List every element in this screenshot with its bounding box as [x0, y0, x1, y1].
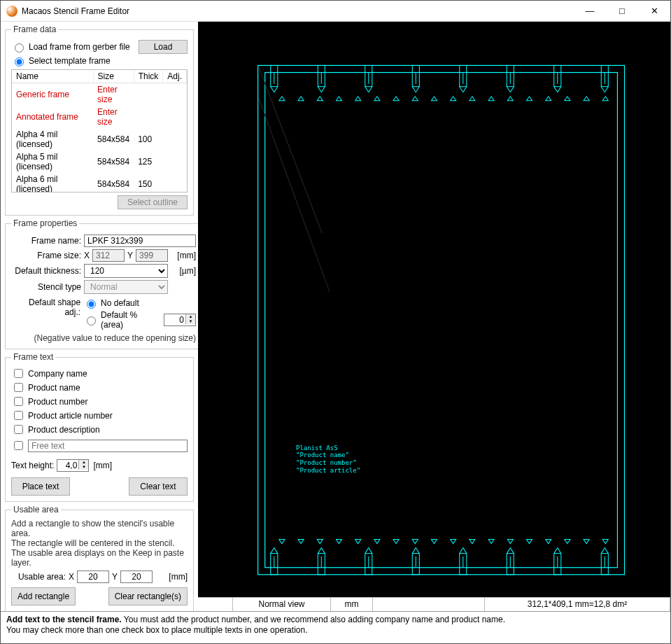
product-name-checkbox[interactable]: [14, 383, 23, 392]
canvas-text-block: Planist AsS "Product name" "Product numb…: [296, 444, 360, 475]
thickness-select[interactable]: 120: [84, 264, 168, 278]
svg-line-9: [318, 87, 321, 92]
svg-line-45: [365, 548, 369, 554]
minimize-button[interactable]: —: [574, 1, 606, 22]
clear-text-button[interactable]: Clear text: [129, 477, 188, 496]
frame-data-group: Frame data Load frame from gerber file L…: [5, 24, 194, 216]
col-size[interactable]: Size: [93, 70, 134, 83]
svg-line-21: [460, 87, 463, 92]
viewer-pane: Planist AsS "Product name" "Product numb…: [198, 22, 670, 611]
select-template-radio[interactable]: [15, 57, 24, 66]
thickness-label: Default thickness:: [11, 266, 81, 276]
app-window: Macaos Stencil Frame Editor — □ ✕ Frame …: [0, 0, 671, 644]
frame-size-x-input[interactable]: [92, 249, 125, 262]
svg-line-34: [605, 87, 608, 92]
load-button[interactable]: Load: [139, 40, 188, 54]
svg-line-42: [321, 548, 325, 554]
no-default-radio[interactable]: [87, 300, 96, 309]
svg-line-17: [412, 87, 416, 92]
frame-size-unit: [mm]: [177, 251, 196, 260]
y-label: Y: [127, 251, 133, 260]
col-adj[interactable]: Adj.: [163, 70, 187, 83]
templates-table[interactable]: Name Size Thick Adj. Generic frameEnter …: [11, 69, 188, 192]
table-row[interactable]: Generic frameEnter size: [12, 83, 187, 106]
svg-line-49: [412, 548, 416, 554]
svg-line-18: [416, 87, 419, 92]
svg-line-22: [463, 87, 467, 92]
svg-line-26: [510, 87, 514, 92]
chevron-down-icon[interactable]: ▼: [78, 465, 88, 470]
load-gerber-radio[interactable]: [15, 43, 24, 52]
col-thick[interactable]: Thick: [134, 70, 163, 83]
chevron-up-icon[interactable]: ▲: [78, 460, 88, 465]
usable-x-label: X: [69, 572, 74, 582]
titlebar: Macaos Stencil Frame Editor — □ ✕: [1, 1, 670, 22]
select-template-label: Select template frame: [29, 56, 111, 66]
default-pct-radio[interactable]: [87, 316, 96, 326]
text-height-spinner[interactable]: ▲▼: [57, 459, 89, 472]
product-desc-checkbox[interactable]: [14, 425, 23, 434]
svg-line-65: [601, 548, 605, 554]
maximize-button[interactable]: □: [606, 1, 638, 22]
svg-line-54: [463, 548, 467, 554]
svg-line-62: [558, 548, 561, 554]
clear-rectangle-button[interactable]: Clear rectangle(s): [108, 587, 188, 606]
x-label: X: [84, 251, 90, 260]
usable-y-label: Y: [112, 572, 118, 582]
usable-y-input[interactable]: [120, 570, 153, 583]
chevron-down-icon[interactable]: ▼: [185, 319, 195, 324]
help-bar: Add text to the stencil frame. You must …: [1, 611, 670, 643]
cad-canvas[interactable]: Planist AsS "Product name" "Product numb…: [198, 22, 670, 597]
svg-line-41: [318, 548, 321, 554]
company-name-checkbox[interactable]: [14, 369, 23, 378]
product-number-checkbox[interactable]: [14, 397, 23, 406]
close-button[interactable]: ✕: [638, 1, 670, 22]
table-row[interactable]: Alpha 6 mil (licensed)584x584150: [12, 173, 187, 192]
negative-hint: (Negative value to reduce the opening si…: [11, 333, 196, 343]
place-text-button[interactable]: Place text: [11, 477, 70, 496]
usable-unit: [mm]: [169, 572, 188, 582]
frame-size-y-input[interactable]: [136, 249, 168, 262]
add-rectangle-button[interactable]: Add rectangle: [11, 587, 76, 606]
usable-area-legend: Usable area: [11, 505, 61, 514]
frame-name-input[interactable]: [84, 234, 196, 247]
app-icon: [6, 6, 17, 17]
usable-x-input[interactable]: [77, 570, 109, 583]
table-row[interactable]: Annotated frameEnter size: [12, 106, 187, 128]
help-rest: You must add the product number, and we …: [122, 615, 505, 624]
svg-line-61: [554, 548, 558, 554]
frame-text-group: Frame text Company name Product name Pro…: [5, 352, 194, 502]
stencil-drawing: [198, 22, 670, 600]
company-name-label: Company name: [28, 369, 87, 379]
frame-name-label: Frame name:: [11, 236, 81, 246]
free-text-input[interactable]: [28, 440, 188, 452]
frame-size-label: Frame size:: [11, 251, 81, 260]
thickness-unit: [µm]: [179, 266, 196, 276]
product-desc-label: Product description: [28, 425, 100, 435]
usable-area-group: Usable area Add a rectangle to show the …: [5, 505, 194, 611]
left-panel: Frame data Load frame from gerber file L…: [1, 22, 198, 611]
table-row[interactable]: Alpha 5 mil (licensed)584x584125: [12, 150, 187, 173]
chevron-up-icon[interactable]: ▲: [185, 314, 195, 319]
workarea: Frame data Load frame from gerber file L…: [1, 22, 670, 611]
table-row[interactable]: Alpha 4 mil (licensed)584x584100: [12, 128, 187, 150]
free-text-checkbox[interactable]: [14, 441, 23, 450]
shape-adj-label: Default shape adj.:: [11, 296, 80, 317]
product-article-checkbox[interactable]: [14, 411, 23, 420]
usable-hint1: Add a rectangle to show the stencil's us…: [11, 519, 188, 538]
default-pct-label: Default % (area): [101, 310, 161, 330]
product-name-label: Product name: [28, 383, 80, 393]
svg-line-10: [321, 87, 325, 92]
svg-line-46: [369, 548, 372, 554]
select-outline-button[interactable]: Select outline: [118, 195, 188, 209]
default-pct-spinner[interactable]: ▲▼: [164, 314, 196, 326]
svg-line-50: [416, 548, 419, 554]
stencil-type-select[interactable]: Normal: [84, 280, 168, 294]
load-gerber-label: Load frame from gerber file: [29, 42, 130, 52]
text-height-unit: [mm]: [93, 461, 112, 470]
col-name[interactable]: Name: [12, 70, 93, 83]
help-bold: Add text to the stencil frame.: [6, 615, 122, 624]
frame-data-legend: Frame data: [11, 24, 58, 34]
help-line2: You may check more than one check box to…: [6, 625, 307, 635]
text-height-label: Text height:: [11, 461, 54, 470]
